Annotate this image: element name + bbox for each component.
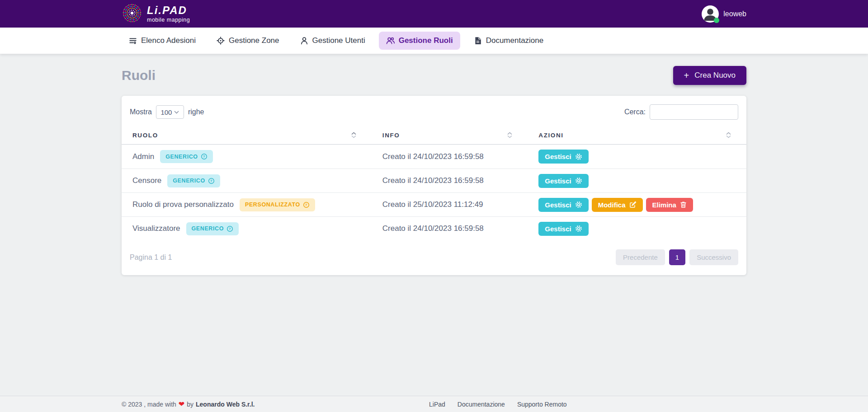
footer-link-documentazione[interactable]: Documentazione bbox=[458, 401, 505, 408]
rows-unit-label: righe bbox=[188, 108, 204, 116]
document-icon bbox=[474, 37, 482, 45]
page-1-button[interactable]: 1 bbox=[669, 249, 685, 265]
gear-icon bbox=[575, 153, 582, 160]
question-circle-icon: ? bbox=[226, 225, 233, 232]
logo-subtitle: mobile mapping bbox=[147, 17, 190, 23]
roles-table-card: Mostra 100 righe Cerca: RUOLO bbox=[122, 96, 746, 275]
sort-icon bbox=[351, 132, 356, 138]
main-content: Ruoli + Crea Nuovo Mostra 100 righe Cerc… bbox=[122, 66, 746, 275]
table-row: Admin GENERICO ? Creato il 24/10/2023 16… bbox=[122, 145, 746, 169]
target-icon bbox=[217, 37, 225, 45]
lipad-logo-icon bbox=[122, 3, 142, 25]
tab-label: Gestione Zone bbox=[229, 36, 279, 45]
table-row: Ruolo di prova personalizzato PERSONALIZ… bbox=[122, 192, 746, 216]
avatar bbox=[702, 5, 719, 23]
tab-label: Gestione Utenti bbox=[312, 36, 365, 45]
next-page-button[interactable]: Successivo bbox=[689, 249, 738, 265]
rows-per-page-select[interactable]: 100 bbox=[156, 105, 184, 119]
table-body: Admin GENERICO ? Creato il 24/10/2023 16… bbox=[122, 145, 746, 240]
sort-icon bbox=[726, 132, 731, 138]
created-at: Creato il 24/10/2023 16:59:58 bbox=[382, 224, 484, 233]
question-circle-icon: ? bbox=[303, 201, 310, 208]
user-icon bbox=[300, 37, 308, 45]
role-type-badge: GENERICO ? bbox=[160, 150, 212, 163]
tab-label: Elenco Adesioni bbox=[141, 36, 196, 45]
page-title: Ruoli bbox=[122, 68, 156, 83]
sort-icon bbox=[507, 132, 512, 138]
gear-icon bbox=[575, 177, 582, 184]
online-status-dot bbox=[714, 18, 719, 23]
svg-text:?: ? bbox=[229, 227, 231, 231]
question-circle-icon: ? bbox=[208, 178, 215, 184]
modifica-button[interactable]: Modifica bbox=[592, 198, 643, 212]
svg-text:?: ? bbox=[203, 154, 205, 159]
search-label: Cerca: bbox=[624, 108, 646, 116]
tab-documentazione[interactable]: Documentazione bbox=[467, 32, 551, 50]
column-header-info[interactable]: INFO bbox=[372, 126, 528, 144]
row-actions: GestisciModificaElimina bbox=[528, 193, 746, 216]
main-navigation: Elenco AdesioniGestione ZoneGestione Ute… bbox=[0, 28, 868, 54]
show-rows-label: Mostra bbox=[130, 108, 152, 116]
tab-label: Documentazione bbox=[486, 36, 544, 45]
company-name: Leonardo Web S.r.l. bbox=[196, 401, 255, 408]
table-row: Censore GENERICO ? Creato il 24/10/2023 … bbox=[122, 169, 746, 192]
role-name: Visualizzatore bbox=[132, 224, 180, 233]
heart-icon: ❤ bbox=[179, 400, 184, 408]
created-at: Creato il 24/10/2023 16:59:58 bbox=[382, 176, 484, 185]
footer-links: LiPad Documentazione Supporto Remoto bbox=[429, 401, 567, 408]
role-name: Admin bbox=[132, 152, 154, 161]
created-at: Creato il 24/10/2023 16:59:58 bbox=[382, 152, 484, 161]
app-header: Li.PAD mobile mapping leoweb bbox=[0, 0, 868, 28]
plus-icon: + bbox=[684, 72, 689, 79]
gestisci-button[interactable]: Gestisci bbox=[538, 174, 588, 188]
copyright: © 2023 , made with ❤ by Leonardo Web S.r… bbox=[122, 400, 255, 408]
column-header-azioni[interactable]: AZIONI bbox=[528, 126, 746, 144]
username: leoweb bbox=[723, 10, 746, 18]
logo-title: Li.PAD bbox=[147, 5, 190, 16]
trash-icon bbox=[680, 201, 687, 208]
gestisci-button[interactable]: Gestisci bbox=[538, 222, 588, 236]
page-status: Pagina 1 di 1 bbox=[130, 253, 172, 262]
gestisci-button[interactable]: Gestisci bbox=[538, 198, 588, 212]
role-name: Ruolo di prova personalizzato bbox=[132, 200, 234, 209]
chevron-down-icon bbox=[174, 111, 179, 114]
svg-text:?: ? bbox=[305, 203, 307, 207]
previous-page-button[interactable]: Precedente bbox=[616, 249, 665, 265]
users-icon bbox=[386, 37, 395, 45]
footer-link-lipad[interactable]: LiPad bbox=[429, 401, 445, 408]
app-footer: © 2023 , made with ❤ by Leonardo Web S.r… bbox=[0, 396, 868, 412]
table-row: Visualizzatore GENERICO ? Creato il 24/1… bbox=[122, 216, 746, 240]
gear-icon bbox=[575, 225, 582, 232]
app-logo[interactable]: Li.PAD mobile mapping bbox=[122, 3, 190, 25]
role-type-badge: PERSONALIZZATO ? bbox=[240, 198, 315, 211]
footer-link-supporto-remoto[interactable]: Supporto Remoto bbox=[517, 401, 567, 408]
role-name: Censore bbox=[132, 176, 161, 185]
role-type-badge: GENERICO ? bbox=[186, 222, 239, 235]
tab-elenco-adesioni[interactable]: Elenco Adesioni bbox=[122, 32, 203, 50]
tab-label: Gestione Ruoli bbox=[399, 36, 453, 45]
pagination: Precedente 1 Successivo bbox=[616, 249, 738, 265]
svg-text:?: ? bbox=[210, 179, 212, 183]
tab-gestione-utenti[interactable]: Gestione Utenti bbox=[293, 32, 373, 50]
gear-icon bbox=[575, 201, 582, 208]
row-actions: Gestisci bbox=[528, 217, 746, 240]
table-header: RUOLO INFO AZIONI bbox=[122, 126, 746, 145]
search-input[interactable] bbox=[650, 104, 738, 120]
row-actions: Gestisci bbox=[528, 145, 746, 168]
tab-gestione-zone[interactable]: Gestione Zone bbox=[209, 32, 287, 50]
list-icon bbox=[129, 37, 137, 45]
column-header-ruolo[interactable]: RUOLO bbox=[122, 126, 372, 144]
created-at: Creato il 25/10/2023 11:12:49 bbox=[382, 200, 483, 209]
tab-gestione-ruoli[interactable]: Gestione Ruoli bbox=[379, 32, 460, 50]
crea-nuovo-button[interactable]: + Crea Nuovo bbox=[673, 66, 746, 85]
role-type-badge: GENERICO ? bbox=[167, 174, 220, 187]
row-actions: Gestisci bbox=[528, 169, 746, 192]
user-menu[interactable]: leoweb bbox=[702, 5, 746, 23]
question-circle-icon: ? bbox=[201, 153, 208, 160]
edit-icon bbox=[629, 201, 637, 208]
gestisci-button[interactable]: Gestisci bbox=[538, 150, 588, 164]
elimina-button[interactable]: Elimina bbox=[646, 198, 693, 212]
